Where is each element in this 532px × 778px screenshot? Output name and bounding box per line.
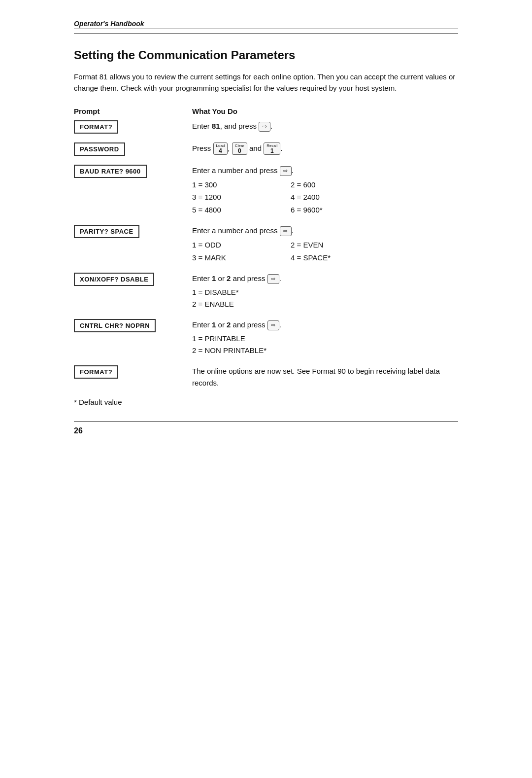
- prompt-cell-password: PASSWORD: [74, 142, 192, 156]
- intro-text: Format 81 allows you to review the curre…: [74, 71, 458, 94]
- prompt-cell-format2: FORMAT?: [74, 365, 192, 379]
- table-row: PASSWORD Press Load 4 , Clear 0 and Reca…: [74, 142, 458, 156]
- action-column-header: What You Do: [192, 107, 458, 115]
- prompt-cell-parity: PARITY? SPACE: [74, 225, 192, 238]
- action-cell-cntrl: Enter 1 or 2 and press ⇨. 1 = PRINTABLE …: [192, 319, 458, 356]
- key-enter-1: ⇨: [259, 122, 270, 132]
- xon-options: 1 = DISABLE* 2 = ENABLE: [192, 286, 458, 310]
- prompt-column-header: Prompt: [74, 107, 192, 115]
- prompt-box-password: PASSWORD: [74, 142, 125, 156]
- prompt-cell-format1: FORMAT?: [74, 120, 192, 134]
- page-number: 26: [74, 426, 458, 435]
- action-cell-parity: Enter a number and press ⇨. 1 = ODD2 = E…: [192, 225, 458, 264]
- action-cell-password: Press Load 4 , Clear 0 and Recall 1 .: [192, 142, 458, 155]
- action-cell-baud: Enter a number and press ⇨. 1 = 3002 = 6…: [192, 165, 458, 216]
- key-enter-baud: ⇨: [280, 166, 292, 176]
- table-row: CNTRL CHR? NOPRN Enter 1 or 2 and press …: [74, 319, 458, 356]
- table-row: FORMAT? Enter 81, and press ⇨.: [74, 120, 458, 134]
- table-row: FORMAT? The online options are now set. …: [74, 365, 458, 389]
- bottom-rule: [74, 421, 458, 422]
- prompt-box-format2: FORMAT?: [74, 365, 118, 379]
- cntrl-options: 1 = PRINTABLE 2 = NON PRINTABLE*: [192, 333, 458, 356]
- parity-options: 1 = ODD2 = EVEN 3 = MARK4 = SPACE*: [192, 239, 458, 264]
- header-label: Operator's Handbook: [74, 20, 458, 28]
- header-rule: [74, 29, 458, 29]
- action-cell-xon: Enter 1 or 2 and press ⇨. 1 = DISABLE* 2…: [192, 273, 458, 310]
- key-enter-xon: ⇨: [267, 274, 279, 284]
- key-load-4: Load 4: [213, 142, 228, 155]
- action-cell-format1: Enter 81, and press ⇨.: [192, 120, 458, 132]
- top-rule: [74, 33, 458, 34]
- table-row: XON/XOFF? DSABLE Enter 1 or 2 and press …: [74, 273, 458, 310]
- baud-options: 1 = 3002 = 600 3 = 12004 = 2400 5 = 4800…: [192, 178, 458, 216]
- key-enter-cntrl: ⇨: [267, 320, 279, 330]
- key-recall-1: Recall 1: [264, 142, 280, 155]
- prompt-box-xon: XON/XOFF? DSABLE: [74, 273, 154, 286]
- prompt-box-baud: BAUD RATE? 9600: [74, 165, 147, 178]
- footnote: * Default value: [74, 398, 458, 406]
- key-clear-0: Clear 0: [232, 142, 247, 155]
- table-row: PARITY? SPACE Enter a number and press ⇨…: [74, 225, 458, 264]
- prompt-cell-baud: BAUD RATE? 9600: [74, 165, 192, 178]
- key-enter-parity: ⇨: [280, 226, 292, 236]
- table-section: Prompt What You Do FORMAT? Enter 81, and…: [74, 107, 458, 389]
- page-title: Setting the Communication Parameters: [74, 48, 458, 62]
- prompt-cell-xon: XON/XOFF? DSABLE: [74, 273, 192, 286]
- column-headers: Prompt What You Do: [74, 107, 458, 115]
- prompt-box-parity: PARITY? SPACE: [74, 225, 139, 238]
- prompt-cell-cntrl: CNTRL CHR? NOPRN: [74, 319, 192, 332]
- prompt-box-cntrl: CNTRL CHR? NOPRN: [74, 319, 156, 332]
- table-row: BAUD RATE? 9600 Enter a number and press…: [74, 165, 458, 216]
- page-container: Operator's Handbook Setting the Communic…: [74, 0, 458, 465]
- prompt-box-format1: FORMAT?: [74, 120, 118, 134]
- action-cell-format2: The online options are now set. See Form…: [192, 365, 458, 389]
